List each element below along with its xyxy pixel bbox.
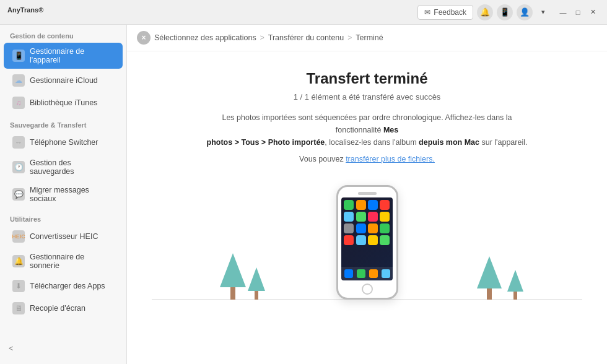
phone-dock [341,267,393,280]
sidebar-item-label: Gestionnaire iCloud [30,76,98,85]
backup-manager-icon: 🕐 [12,161,25,173]
tree-crown-right [477,256,502,288]
tree-trunk-right [487,288,492,300]
sidebar-item-backup-manager[interactable]: 🕐 Gestion des sauvegardes [4,154,123,180]
info-bold2: depuis mon Mac [419,138,479,147]
app-downloader-icon: ⬇ [12,280,25,292]
dock-icon [344,269,353,278]
content-area: × Sélectionnez des applications > Transf… [127,25,607,364]
tree-crown [220,253,246,287]
dock-icon [369,269,378,278]
chevron-down-icon[interactable]: ▾ [536,6,550,19]
breadcrumb-sep2: > [347,33,352,42]
sidebar-collapse-button[interactable]: < [0,339,126,358]
notifications-button[interactable]: 🔔 [477,4,493,20]
illustration-area [152,176,582,318]
app-icon [356,212,366,222]
phone-screen [341,197,393,280]
app-icon [356,235,366,245]
avatar-button[interactable]: 👤 [517,4,533,20]
title-bar-right: ✉ Feedback 🔔 📱 👤 ▾ — □ ✕ [417,4,600,20]
sidebar-item-icloud-manager[interactable]: ☁ Gestionnaire iCloud [4,70,123,91]
sidebar-item-itunes-library[interactable]: ♫ Bibliothèque iTunes [4,92,123,113]
mail-icon: ✉ [424,8,430,17]
tree-left-big [220,253,246,300]
icloud-manager-icon: ☁ [12,74,25,87]
link-prefix: Vous pouvez [299,155,346,163]
sidebar-item-social-migrate[interactable]: 💬 Migrer messages sociaux [4,181,123,207]
title-bar-left: AnyTrans® [7,6,43,18]
app-icon [380,235,390,245]
app-icon [344,235,354,245]
dock-icon [357,269,365,278]
device-icon-button[interactable]: 📱 [497,4,513,20]
transfer-title: Transfert terminé [306,70,427,87]
sidebar-section-content: Gestion de contenu [0,25,126,42]
app-icon [344,223,354,233]
phone-speaker [358,192,377,195]
app-icon [356,200,366,210]
app-icon [380,223,390,233]
sidebar-section-transfer: Sauvegarde & Transfert [0,114,126,131]
breadcrumb-close-button[interactable]: × [137,31,151,45]
sidebar-item-label: Gestionnaire de sonnerie [30,253,114,270]
tree-right-big [477,256,502,300]
close-button[interactable]: ✕ [586,6,600,19]
dock-icon [382,269,390,278]
app-icon [380,212,390,222]
tree-right-small [507,270,523,300]
sidebar-section-utilities: Utilitaires [0,208,126,225]
app-grid [341,197,393,248]
sidebar-item-phone-switcher[interactable]: ↔ Téléphone Switcher [4,132,123,153]
app-icon [368,212,378,222]
app-icon [344,200,354,210]
tree-trunk-small [255,291,258,300]
sidebar-item-screen-record[interactable]: 🖥 Recopie d'écran [4,298,123,319]
sidebar-item-label: Recopie d'écran [30,304,85,313]
sidebar-item-app-downloader[interactable]: ⬇ Télécharger des Apps [4,275,123,297]
tree-crown-small [248,267,265,291]
info-part1: Les photos importées sont séquencées par… [222,113,512,134]
main-content: Transfert terminé 1 / 1 élément a été tr… [127,51,607,364]
tree-crown-right-small [507,270,523,292]
info-bold1: Mes [383,126,398,134]
minimize-button[interactable]: — [556,6,570,19]
transfer-info: Les photos importées sont séquencées par… [206,111,528,149]
phone-switcher-icon: ↔ [12,136,25,149]
sidebar-item-label: Gestion des sauvegardes [30,158,114,176]
transfer-subtitle: 1 / 1 élément a été transféré avec succè… [294,92,441,102]
app-icon [368,223,378,233]
sidebar-item-device-manager[interactable]: 📱 Gestionnaire de l'appareil [4,43,123,69]
transfer-more-files-link[interactable]: transférer plus de fichiers. [346,155,435,163]
screen-record-icon: 🖥 [12,302,25,314]
app-name-text: AnyTrans [7,6,38,14]
sidebar-item-label: Téléphone Switcher [30,138,98,147]
sidebar: Gestion de contenu 📱 Gestionnaire de l'a… [0,25,127,364]
sidebar-item-ringtone-manager[interactable]: 🔔 Gestionnaire de sonnerie [4,248,123,274]
title-bar: AnyTrans® ✉ Feedback 🔔 📱 👤 ▾ — □ ✕ [0,0,607,25]
phone-home-button [362,284,373,295]
sidebar-item-label: Bibliothèque iTunes [30,98,97,107]
info-part4: sur l'appareil. [479,138,527,147]
info-part3: , localisez-les dans l'album [325,138,419,147]
sidebar-item-heic-converter[interactable]: HEIC Convertisseur HEIC [4,226,123,247]
social-migrate-icon: 💬 [12,188,25,201]
sidebar-item-label: Convertisseur HEIC [30,232,98,241]
tree-left-small [248,267,265,300]
app-icon [368,235,378,245]
app-icon [356,223,366,233]
feedback-button[interactable]: ✉ Feedback [417,5,473,20]
app-icon [368,200,378,210]
maximize-button[interactable]: □ [571,6,585,19]
ringtone-manager-icon: 🔔 [12,255,25,267]
tree-trunk-right-small [513,292,517,300]
sidebar-item-label: Migrer messages sociaux [30,186,114,203]
itunes-library-icon: ♫ [12,97,25,109]
heic-converter-icon: HEIC [12,230,25,243]
info-part2-bold: photos > Tous > Photo importée [207,138,325,147]
device-manager-icon: 📱 [12,50,25,62]
phone-illustration [336,185,398,300]
breadcrumb: × Sélectionnez des applications > Transf… [127,25,607,51]
sidebar-item-label: Gestionnaire de l'appareil [30,47,114,64]
app-icon [380,200,390,210]
